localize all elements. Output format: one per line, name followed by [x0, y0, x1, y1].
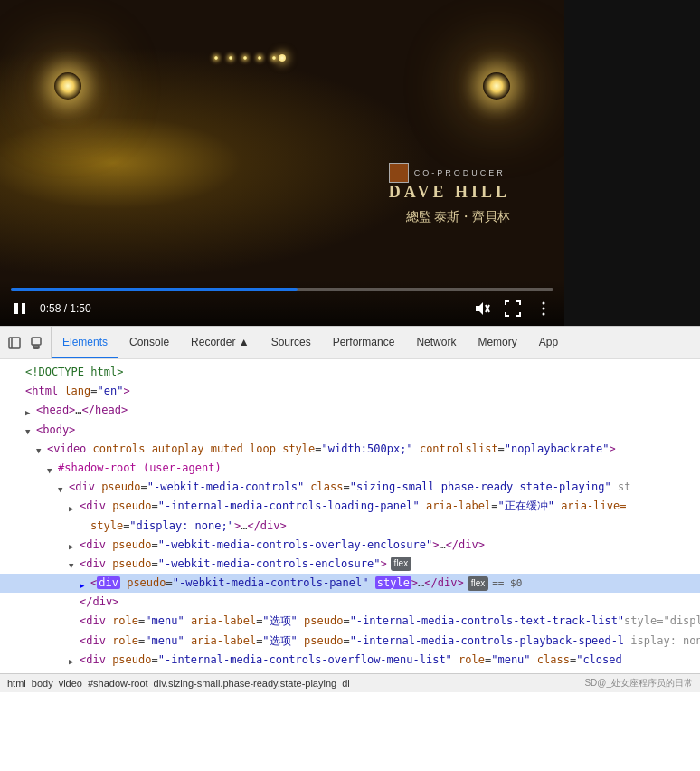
breadcrumb-body[interactable]: body	[32, 678, 53, 689]
svg-marker-2	[476, 302, 483, 315]
tab-app[interactable]: App	[528, 327, 569, 358]
light-center-top	[279, 54, 286, 62]
triangle-wmc	[58, 483, 67, 492]
light-left	[54, 72, 81, 100]
breadcrumb-html[interactable]: html	[7, 678, 26, 689]
inspect-icon[interactable]	[7, 336, 22, 350]
dom-line-display-none[interactable]: ▶ style="display: none;">…</div>	[0, 517, 700, 536]
video-overlay-text: CO-PRODUCER DAVE HILL 總監 泰斯・齊貝林	[389, 163, 510, 225]
triangle-om	[69, 655, 78, 664]
dom-line-loading-panel[interactable]: <div pseudo="-internal-media-controls-lo…	[0, 497, 700, 516]
breadcrumb-div-class[interactable]: div.sizing-small.phase-ready.state-playi…	[154, 678, 337, 689]
triangle-panel	[80, 579, 89, 588]
breadcrumb-shadow-root[interactable]: #shadow-root	[88, 678, 148, 689]
dom-line-text-track[interactable]: ▶ <div role="menu" aria-label="选项" pseud…	[0, 612, 700, 631]
dom-line-overlay-enclosure[interactable]: <div pseudo="-webkit-media-controls-over…	[0, 536, 700, 555]
triangle-enc	[69, 559, 78, 568]
fullscreen-button[interactable]	[503, 299, 523, 319]
tab-memory[interactable]: Memory	[467, 327, 527, 358]
breadcrumb-video[interactable]: video	[59, 678, 82, 689]
dom-line-body[interactable]: <body>	[0, 421, 700, 440]
triangle-lp	[69, 502, 78, 511]
dom-line-webkit-media-controls[interactable]: <div pseudo="-webkit-media-controls" cla…	[0, 478, 700, 497]
tab-elements[interactable]: Elements	[52, 327, 118, 358]
mute-button[interactable]	[472, 299, 492, 319]
selected-marker: == $0	[492, 576, 522, 592]
flex-badge-enc: flex	[391, 557, 412, 571]
triangle-shadow	[47, 464, 56, 473]
svg-rect-0	[14, 303, 18, 314]
avatar-box	[389, 163, 409, 183]
dom-line-overflow-menu[interactable]: <div pseudo="-internal-media-controls-ov…	[0, 651, 700, 670]
chinese-subtitle: 總監 泰斯・齊貝林	[389, 209, 510, 225]
device-icon[interactable]	[29, 336, 43, 350]
dom-line-shadow-root[interactable]: #shadow-root (user-agent)	[0, 459, 700, 478]
triangle-body	[25, 425, 34, 434]
dom-line-panel-selected[interactable]: <div pseudo="-webkit-media-controls-pane…	[0, 574, 700, 593]
svg-rect-1	[22, 303, 25, 314]
devtools-icon-group	[0, 327, 52, 358]
dave-hill-name: DAVE HILL	[389, 183, 510, 202]
play-pause-button[interactable]	[11, 300, 29, 318]
flex-badge-panel: flex	[468, 576, 489, 591]
light-right	[483, 72, 510, 100]
co-producer-label: CO-PRODUCER	[389, 163, 510, 183]
devtools-panel: Elements Console Recorder ▲ Sources Perf…	[0, 326, 700, 692]
tab-network[interactable]: Network	[405, 327, 467, 358]
dom-line-head[interactable]: <head>…</head>	[0, 401, 700, 420]
svg-rect-8	[9, 338, 20, 348]
tab-performance[interactable]: Performance	[322, 327, 406, 358]
dom-line-enclosure[interactable]: <div pseudo="-webkit-media-controls-encl…	[0, 555, 700, 574]
watermark: SD@_处女座程序员的日常	[584, 677, 693, 690]
dom-line-video[interactable]: <video controls autoplay muted loop styl…	[0, 440, 700, 459]
video-container: CO-PRODUCER DAVE HILL 總監 泰斯・齊貝林 0:58 / 1…	[0, 0, 564, 326]
dom-line-playback-speed[interactable]: ▶ <div role="menu" aria-label="选项" pseud…	[0, 632, 700, 651]
video-controls: 0:58 / 1:50	[0, 281, 564, 326]
tab-console[interactable]: Console	[118, 327, 180, 358]
tab-sources[interactable]: Sources	[260, 327, 322, 358]
svg-point-7	[543, 313, 545, 316]
progress-bar-fill	[11, 288, 298, 291]
dom-line-close-enclosure[interactable]: ▶ </div>	[0, 593, 700, 612]
triangle-head	[25, 406, 34, 415]
breadcrumb-di[interactable]: di	[342, 678, 350, 689]
more-options-button[interactable]	[534, 299, 553, 319]
svg-point-5	[543, 302, 545, 305]
breadcrumb-bar: html body video #shadow-root div.sizing-…	[0, 673, 700, 692]
triangle-video	[36, 444, 45, 453]
progress-bar-container[interactable]	[11, 288, 553, 291]
tab-recorder[interactable]: Recorder ▲	[180, 327, 260, 358]
dom-tree: ▶ <!DOCTYPE html> ▶ <html lang="en"> <he…	[0, 359, 700, 673]
dom-line-doctype[interactable]: ▶ <!DOCTYPE html>	[0, 363, 700, 382]
doctype-comment: <!DOCTYPE html>	[25, 364, 123, 381]
video-player-section: CO-PRODUCER DAVE HILL 總監 泰斯・齊貝林 0:58 / 1…	[0, 0, 700, 326]
controls-row: 0:58 / 1:50	[11, 299, 553, 319]
svg-rect-10	[32, 338, 41, 345]
triangle-oe	[69, 540, 78, 549]
dom-line-html[interactable]: ▶ <html lang="en">	[0, 382, 700, 401]
svg-point-6	[543, 308, 545, 310]
time-display: 0:58 / 1:50	[40, 302, 91, 315]
devtools-tabs-bar: Elements Console Recorder ▲ Sources Perf…	[0, 327, 700, 359]
